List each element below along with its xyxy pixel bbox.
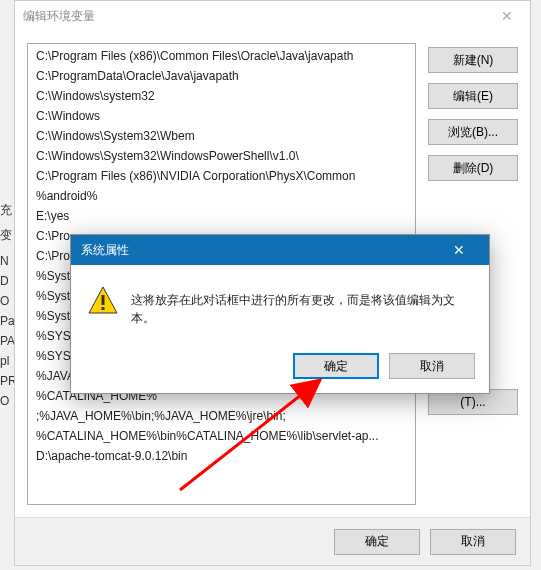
- bg-fragment: pl: [0, 354, 9, 368]
- list-item[interactable]: C:\Program Files (x86)\NVIDIA Corporatio…: [28, 166, 415, 186]
- modal-footer: 确定 取消: [71, 343, 489, 393]
- svg-rect-2: [102, 307, 105, 310]
- close-icon[interactable]: ✕: [492, 8, 522, 24]
- window-title: 编辑环境变量: [23, 8, 492, 25]
- bg-fragment: Pa: [0, 314, 15, 328]
- edit-button[interactable]: 编辑(E): [428, 83, 518, 109]
- window-footer: 确定 取消: [15, 517, 530, 565]
- list-item[interactable]: C:\Program Files (x86)\Common Files\Orac…: [28, 46, 415, 66]
- ok-button[interactable]: 确定: [334, 529, 420, 555]
- cancel-button[interactable]: 取消: [430, 529, 516, 555]
- titlebar: 编辑环境变量 ✕: [15, 1, 530, 31]
- list-item[interactable]: D:\apache-tomcat-9.0.12\bin: [28, 446, 415, 466]
- modal-title: 系统属性: [81, 242, 439, 259]
- list-item[interactable]: C:\Windows: [28, 106, 415, 126]
- modal-ok-button[interactable]: 确定: [293, 353, 379, 379]
- bg-fragment: O: [0, 394, 9, 408]
- delete-button[interactable]: 删除(D): [428, 155, 518, 181]
- list-item[interactable]: C:\Windows\System32\Wbem: [28, 126, 415, 146]
- bg-fragment: 变: [0, 227, 12, 244]
- svg-rect-1: [102, 295, 105, 305]
- list-item[interactable]: ;%JAVA_HOME%\bin;%JAVA_HOME%\jre\bin;: [28, 406, 415, 426]
- list-item[interactable]: E:\yes: [28, 206, 415, 226]
- bg-fragment: PA: [0, 334, 15, 348]
- close-icon[interactable]: ✕: [439, 242, 479, 258]
- list-item[interactable]: %android%: [28, 186, 415, 206]
- confirm-modal: 系统属性 ✕ 这将放弃在此对话框中进行的所有更改，而是将该值编辑为文本。 确定 …: [70, 234, 490, 394]
- list-item[interactable]: C:\ProgramData\Oracle\Java\javapath: [28, 66, 415, 86]
- modal-cancel-button[interactable]: 取消: [389, 353, 475, 379]
- list-item[interactable]: C:\Windows\System32\WindowsPowerShell\v1…: [28, 146, 415, 166]
- new-button[interactable]: 新建(N): [428, 47, 518, 73]
- list-item[interactable]: C:\Windows\system32: [28, 86, 415, 106]
- modal-body: 这将放弃在此对话框中进行的所有更改，而是将该值编辑为文本。: [71, 265, 489, 343]
- bg-fragment: O: [0, 294, 9, 308]
- warning-icon: [87, 285, 119, 317]
- bg-fragment: N: [0, 254, 9, 268]
- modal-titlebar: 系统属性 ✕: [71, 235, 489, 265]
- bg-fragment: D: [0, 274, 9, 288]
- browse-button[interactable]: 浏览(B)...: [428, 119, 518, 145]
- bg-fragment: 充: [0, 202, 12, 219]
- modal-message: 这将放弃在此对话框中进行的所有更改，而是将该值编辑为文本。: [131, 285, 473, 327]
- list-item[interactable]: %CATALINA_HOME%\bin%CATALINA_HOME%\lib\s…: [28, 426, 415, 446]
